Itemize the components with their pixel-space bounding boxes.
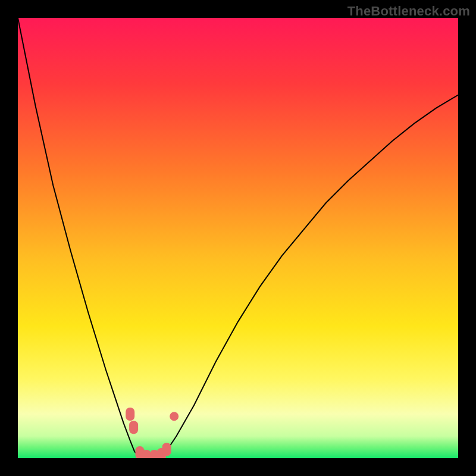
watermark-text: TheBottleneck.com xyxy=(347,4,470,19)
plot-area xyxy=(18,18,458,458)
marker-dot xyxy=(170,412,178,421)
gradient-background xyxy=(18,18,458,458)
chart-svg xyxy=(18,18,458,458)
marker-pill xyxy=(126,408,134,421)
marker-pill xyxy=(162,443,171,456)
marker-pill xyxy=(129,421,138,434)
chart-frame: TheBottleneck.com xyxy=(0,0,476,476)
marker-pill xyxy=(142,450,151,458)
